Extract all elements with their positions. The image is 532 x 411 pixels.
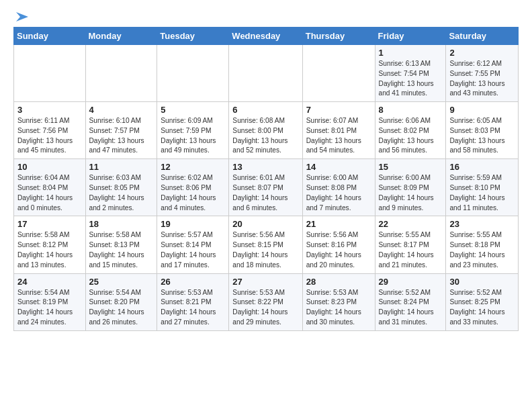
weekday-header: Monday: [85, 28, 157, 45]
day-info: Sunrise: 6:10 AM Sunset: 7:57 PM Dayligh…: [89, 116, 154, 156]
day-info: Sunrise: 5:53 AM Sunset: 8:23 PM Dayligh…: [306, 288, 371, 328]
day-number: 23: [449, 219, 515, 229]
day-number: 13: [232, 162, 298, 172]
day-info: Sunrise: 6:00 AM Sunset: 8:09 PM Dayligh…: [379, 173, 443, 213]
calendar-cell: 13Sunrise: 6:01 AM Sunset: 8:07 PM Dayli…: [229, 159, 302, 216]
calendar-header-row: SundayMondayTuesdayWednesdayThursdayFrid…: [14, 28, 519, 45]
calendar-cell: 2Sunrise: 6:12 AM Sunset: 7:55 PM Daylig…: [446, 45, 519, 102]
calendar-cell: 5Sunrise: 6:09 AM Sunset: 7:59 PM Daylig…: [157, 102, 229, 159]
calendar-cell: 7Sunrise: 6:07 AM Sunset: 8:01 PM Daylig…: [302, 102, 375, 159]
calendar-cell: [229, 45, 302, 102]
calendar-week-row: 24Sunrise: 5:54 AM Sunset: 8:19 PM Dayli…: [14, 273, 519, 330]
day-info: Sunrise: 5:56 AM Sunset: 8:15 PM Dayligh…: [232, 230, 298, 270]
page: SundayMondayTuesdayWednesdayThursdayFrid…: [0, 0, 532, 342]
calendar-cell: 3Sunrise: 6:11 AM Sunset: 7:56 PM Daylig…: [14, 102, 86, 159]
day-info: Sunrise: 5:59 AM Sunset: 8:10 PM Dayligh…: [449, 173, 515, 213]
day-info: Sunrise: 6:13 AM Sunset: 7:54 PM Dayligh…: [379, 59, 443, 99]
day-info: Sunrise: 6:09 AM Sunset: 7:59 PM Dayligh…: [161, 116, 225, 156]
calendar-cell: [85, 45, 157, 102]
day-number: 15: [379, 162, 443, 172]
calendar-cell: 27Sunrise: 5:53 AM Sunset: 8:22 PM Dayli…: [229, 273, 302, 330]
day-number: 3: [17, 105, 82, 115]
calendar-cell: [302, 45, 375, 102]
weekday-header: Thursday: [302, 28, 375, 45]
day-info: Sunrise: 5:55 AM Sunset: 8:17 PM Dayligh…: [379, 230, 443, 270]
calendar-week-row: 1Sunrise: 6:13 AM Sunset: 7:54 PM Daylig…: [14, 45, 519, 102]
day-number: 16: [449, 162, 515, 172]
day-info: Sunrise: 5:53 AM Sunset: 8:22 PM Dayligh…: [232, 288, 298, 328]
calendar-cell: 8Sunrise: 6:06 AM Sunset: 8:02 PM Daylig…: [375, 102, 446, 159]
weekday-header: Friday: [375, 28, 446, 45]
calendar-cell: 23Sunrise: 5:55 AM Sunset: 8:18 PM Dayli…: [446, 216, 519, 273]
day-info: Sunrise: 6:08 AM Sunset: 8:00 PM Dayligh…: [232, 116, 298, 156]
day-number: 30: [449, 277, 515, 287]
day-number: 5: [161, 105, 225, 115]
day-number: 27: [232, 277, 298, 287]
calendar-cell: [14, 45, 86, 102]
calendar-cell: 11Sunrise: 6:03 AM Sunset: 8:05 PM Dayli…: [85, 159, 157, 216]
calendar-cell: 19Sunrise: 5:57 AM Sunset: 8:14 PM Dayli…: [157, 216, 229, 273]
day-number: 4: [89, 105, 154, 115]
day-number: 29: [379, 277, 443, 287]
day-number: 1: [379, 48, 443, 58]
calendar-cell: 6Sunrise: 6:08 AM Sunset: 8:00 PM Daylig…: [229, 102, 302, 159]
day-number: 7: [306, 105, 371, 115]
day-number: 9: [449, 105, 515, 115]
day-number: 22: [379, 219, 443, 229]
day-info: Sunrise: 5:53 AM Sunset: 8:21 PM Dayligh…: [161, 288, 225, 328]
day-number: 21: [306, 219, 371, 229]
header: [13, 11, 519, 21]
day-number: 10: [17, 162, 82, 172]
day-info: Sunrise: 5:58 AM Sunset: 8:13 PM Dayligh…: [89, 230, 154, 270]
day-info: Sunrise: 6:02 AM Sunset: 8:06 PM Dayligh…: [161, 173, 225, 213]
day-info: Sunrise: 6:07 AM Sunset: 8:01 PM Dayligh…: [306, 116, 371, 156]
day-info: Sunrise: 6:11 AM Sunset: 7:56 PM Dayligh…: [17, 116, 82, 156]
day-info: Sunrise: 5:58 AM Sunset: 8:12 PM Dayligh…: [17, 230, 82, 270]
day-info: Sunrise: 6:01 AM Sunset: 8:07 PM Dayligh…: [232, 173, 298, 213]
day-number: 8: [379, 105, 443, 115]
logo-arrow-icon: [15, 9, 30, 24]
calendar-cell: 4Sunrise: 6:10 AM Sunset: 7:57 PM Daylig…: [85, 102, 157, 159]
weekday-header: Saturday: [446, 28, 519, 45]
day-info: Sunrise: 5:54 AM Sunset: 8:19 PM Dayligh…: [17, 288, 82, 328]
calendar-week-row: 3Sunrise: 6:11 AM Sunset: 7:56 PM Daylig…: [14, 102, 519, 159]
day-number: 17: [17, 219, 82, 229]
day-number: 12: [161, 162, 225, 172]
weekday-header: Sunday: [14, 28, 86, 45]
calendar-cell: 28Sunrise: 5:53 AM Sunset: 8:23 PM Dayli…: [302, 273, 375, 330]
day-number: 26: [161, 277, 225, 287]
day-info: Sunrise: 6:05 AM Sunset: 8:03 PM Dayligh…: [449, 116, 515, 156]
calendar-cell: 26Sunrise: 5:53 AM Sunset: 8:21 PM Dayli…: [157, 273, 229, 330]
day-number: 24: [17, 277, 82, 287]
weekday-header: Wednesday: [229, 28, 302, 45]
day-info: Sunrise: 6:03 AM Sunset: 8:05 PM Dayligh…: [89, 173, 154, 213]
calendar-cell: 16Sunrise: 5:59 AM Sunset: 8:10 PM Dayli…: [446, 159, 519, 216]
calendar-week-row: 10Sunrise: 6:04 AM Sunset: 8:04 PM Dayli…: [14, 159, 519, 216]
calendar-cell: 20Sunrise: 5:56 AM Sunset: 8:15 PM Dayli…: [229, 216, 302, 273]
day-info: Sunrise: 5:54 AM Sunset: 8:20 PM Dayligh…: [89, 288, 154, 328]
day-number: 18: [89, 219, 154, 229]
calendar-cell: 25Sunrise: 5:54 AM Sunset: 8:20 PM Dayli…: [85, 273, 157, 330]
calendar-cell: [157, 45, 229, 102]
day-number: 20: [232, 219, 298, 229]
calendar-table: SundayMondayTuesdayWednesdayThursdayFrid…: [13, 27, 519, 331]
calendar-week-row: 17Sunrise: 5:58 AM Sunset: 8:12 PM Dayli…: [14, 216, 519, 273]
calendar-cell: 18Sunrise: 5:58 AM Sunset: 8:13 PM Dayli…: [85, 216, 157, 273]
calendar-cell: 12Sunrise: 6:02 AM Sunset: 8:06 PM Dayli…: [157, 159, 229, 216]
calendar-cell: 14Sunrise: 6:00 AM Sunset: 8:08 PM Dayli…: [302, 159, 375, 216]
day-info: Sunrise: 6:06 AM Sunset: 8:02 PM Dayligh…: [379, 116, 443, 156]
day-info: Sunrise: 6:04 AM Sunset: 8:04 PM Dayligh…: [17, 173, 82, 213]
day-info: Sunrise: 5:55 AM Sunset: 8:18 PM Dayligh…: [449, 230, 515, 270]
day-number: 25: [89, 277, 154, 287]
day-info: Sunrise: 6:12 AM Sunset: 7:55 PM Dayligh…: [449, 59, 515, 99]
calendar-cell: 1Sunrise: 6:13 AM Sunset: 7:54 PM Daylig…: [375, 45, 446, 102]
day-number: 11: [89, 162, 154, 172]
day-number: 6: [232, 105, 298, 115]
calendar-cell: 9Sunrise: 6:05 AM Sunset: 8:03 PM Daylig…: [446, 102, 519, 159]
calendar-cell: 21Sunrise: 5:56 AM Sunset: 8:16 PM Dayli…: [302, 216, 375, 273]
day-number: 14: [306, 162, 371, 172]
calendar-cell: 15Sunrise: 6:00 AM Sunset: 8:09 PM Dayli…: [375, 159, 446, 216]
svg-marker-0: [16, 12, 28, 21]
day-info: Sunrise: 5:57 AM Sunset: 8:14 PM Dayligh…: [161, 230, 225, 270]
day-info: Sunrise: 5:52 AM Sunset: 8:25 PM Dayligh…: [449, 288, 515, 328]
